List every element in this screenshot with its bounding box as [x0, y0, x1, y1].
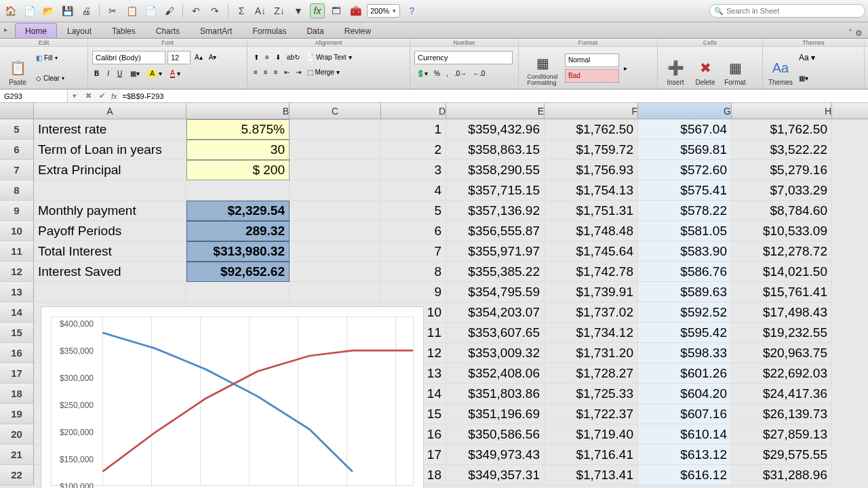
tab-tables[interactable]: Tables	[102, 23, 146, 38]
cell[interactable]: $29,575.55	[732, 445, 832, 465]
italic-button[interactable]: I	[105, 67, 111, 79]
cell[interactable]: $353,009.32	[446, 343, 545, 363]
row-header[interactable]: 12	[0, 262, 34, 282]
row-header[interactable]: 21	[0, 445, 34, 465]
delete-cells-button[interactable]: ✖Delete	[692, 48, 719, 87]
cell[interactable]: 6	[381, 221, 446, 241]
col-header-g[interactable]: G	[638, 103, 732, 119]
autosum-icon[interactable]: Σ	[234, 3, 249, 18]
embedded-chart[interactable]: $400,000$350,000$300,000$250,000$200,000…	[41, 306, 424, 488]
tab-charts[interactable]: Charts	[146, 23, 190, 38]
tab-layout[interactable]: Layout	[57, 23, 102, 38]
cell[interactable]: $353,607.65	[446, 323, 545, 343]
currency-button[interactable]: 💲▾	[414, 67, 430, 79]
cell[interactable]: $601.26	[638, 363, 732, 384]
cut-icon[interactable]: ✂	[105, 3, 120, 18]
cell[interactable]	[290, 262, 381, 282]
cell[interactable]: Term of Loan in years	[34, 140, 186, 160]
row-header[interactable]: 18	[0, 384, 34, 404]
cell[interactable]: 7	[381, 241, 446, 262]
cell[interactable]	[290, 140, 381, 160]
formula-input[interactable]: =$B$9-F293	[120, 89, 868, 102]
cell[interactable]: $7,033.29	[732, 180, 832, 201]
styles-expand-button[interactable]: ▸	[622, 62, 629, 74]
cell[interactable]: 5	[381, 201, 446, 221]
ribbon-minimize-icon[interactable]: ˄	[848, 28, 852, 38]
cell[interactable]: 30	[186, 140, 290, 160]
insert-cells-button[interactable]: ➕Insert	[662, 48, 689, 87]
cell[interactable]: $1,734.12	[545, 323, 638, 343]
decrease-decimal-button[interactable]: ←.0	[471, 67, 487, 79]
clear-button[interactable]: ◇Clear▾	[34, 72, 66, 84]
cell[interactable]: $358,290.55	[446, 160, 545, 180]
cell[interactable]: $356,555.87	[446, 221, 545, 241]
cell[interactable]: $589.63	[638, 282, 732, 302]
cell[interactable]	[290, 119, 381, 140]
cell[interactable]	[34, 282, 186, 302]
undo-icon[interactable]: ↶	[189, 3, 203, 18]
cell[interactable]: $359,432.96	[446, 119, 545, 140]
cell[interactable]: $581.05	[638, 221, 732, 241]
cell[interactable]: $1,745.64	[545, 241, 638, 262]
cell[interactable]: $592.52	[638, 302, 732, 323]
cell[interactable]: $349,357.31	[446, 465, 545, 485]
cell[interactable]: $1,754.13	[545, 180, 638, 201]
cell[interactable]: $1,719.40	[545, 424, 638, 445]
sort-asc-icon[interactable]: A↓	[253, 3, 268, 18]
row-header[interactable]: 19	[0, 404, 34, 424]
cell[interactable]: $355,385.22	[446, 262, 545, 282]
cell[interactable]: $354,795.59	[446, 282, 545, 302]
cell[interactable]: $5,279.16	[732, 160, 832, 180]
cell[interactable]	[34, 180, 186, 201]
cell[interactable]: $567.04	[638, 119, 732, 140]
cell[interactable]: $613.12	[638, 445, 732, 465]
cell[interactable]: $610.14	[638, 424, 732, 445]
cell[interactable]: $350,586.56	[446, 424, 545, 445]
cell[interactable]: Extra Principal	[34, 160, 186, 180]
align-top-button[interactable]: ⬆	[252, 51, 261, 63]
cell[interactable]: $357,136.92	[446, 201, 545, 221]
cell[interactable]: $1,716.41	[545, 445, 638, 465]
ribbon-collapse-icon[interactable]: ▸	[4, 26, 7, 33]
cell[interactable]: $569.81	[638, 140, 732, 160]
cell[interactable]: $1,713.41	[545, 465, 638, 485]
cell[interactable]: $31,288.96	[732, 465, 832, 485]
cell[interactable]: Interest rate	[34, 119, 186, 140]
cell[interactable]: $24,417.36	[732, 384, 832, 404]
fill-color-button[interactable]: A▾	[146, 67, 164, 79]
copy-icon[interactable]: 📋	[124, 3, 139, 18]
cell[interactable]	[290, 160, 381, 180]
zoom-select[interactable]: 200%▼	[367, 4, 400, 18]
decrease-indent-button[interactable]: ⇤	[282, 66, 292, 78]
row-header[interactable]: 9	[0, 201, 34, 221]
cell[interactable]: $1,728.27	[545, 363, 638, 384]
conditional-formatting-button[interactable]: ▦Conditional Formatting	[523, 48, 562, 87]
theme-colors-button[interactable]: Aa▾	[797, 52, 817, 64]
cell[interactable]: $607.16	[638, 404, 732, 424]
row-header[interactable]: 20	[0, 424, 34, 445]
format-cells-button[interactable]: ▦Format	[722, 48, 749, 87]
cell[interactable]: $8,784.60	[732, 201, 832, 221]
cell[interactable]: $1,722.37	[545, 404, 638, 424]
cell[interactable]: $604.20	[638, 384, 732, 404]
cell[interactable]: $1,759.72	[545, 140, 638, 160]
search-input[interactable]	[726, 7, 861, 15]
home-icon[interactable]: 🏠	[3, 3, 18, 18]
number-format-select[interactable]: Currency	[414, 51, 513, 64]
align-left-button[interactable]: ≡	[252, 66, 260, 78]
wrap-text-button[interactable]: 📄Wrap Text▾	[304, 51, 354, 63]
cell[interactable]	[290, 241, 381, 262]
cell[interactable]: 289.32	[186, 221, 290, 241]
col-header-b[interactable]: B	[186, 103, 290, 119]
cell[interactable]: $1,725.33	[545, 384, 638, 404]
cell[interactable]: $10,533.09	[732, 221, 832, 241]
row-header[interactable]: 11	[0, 241, 34, 262]
tab-home[interactable]: Home	[15, 23, 57, 38]
col-header-h[interactable]: H	[732, 103, 832, 119]
tab-review[interactable]: Review	[334, 23, 381, 38]
cell[interactable]: $572.60	[638, 160, 732, 180]
cell[interactable]: $17,498.43	[732, 302, 832, 323]
row-header[interactable]: 5	[0, 119, 34, 140]
print-icon[interactable]: 🖨	[79, 3, 94, 18]
border-button[interactable]: ▦▾	[128, 67, 142, 79]
